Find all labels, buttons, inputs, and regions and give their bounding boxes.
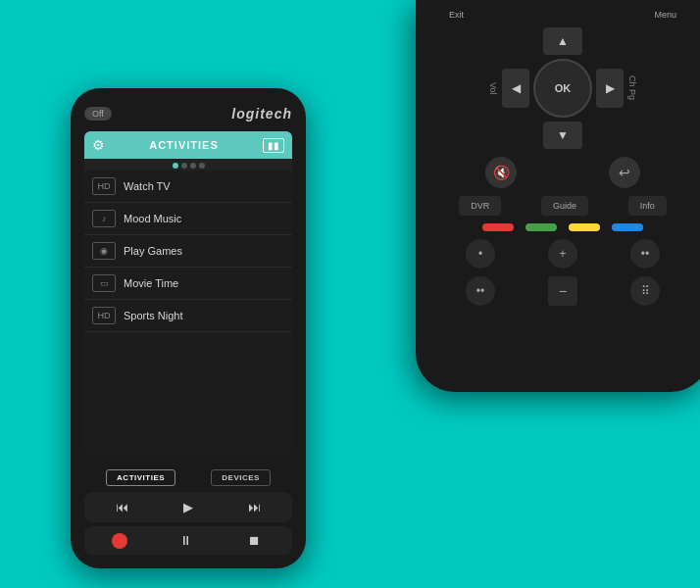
right-remote: Exit Menu ▲ Vol ◀ OK ▶ Ch Pg ▼ 🔇 ↩ DVR G… (416, 0, 700, 392)
screen-dots (84, 159, 292, 171)
mute-back-row: 🔇 ↩ (439, 157, 686, 188)
blue-color-button[interactable] (612, 223, 643, 231)
back-button[interactable]: ↩ (609, 157, 640, 188)
plus-button[interactable]: + (548, 239, 577, 269)
right-top-labels: Exit Menu (439, 10, 686, 20)
green-color-button[interactable] (525, 223, 557, 231)
dot-1 (173, 163, 178, 169)
pause-button[interactable]: ⏸ (175, 531, 196, 550)
mute-button[interactable]: 🔇 (485, 157, 517, 188)
double-dot-button[interactable]: •• (630, 239, 660, 269)
playback-controls: ⏸ ⏹ (84, 526, 292, 555)
list-item[interactable]: HD Sports Night (84, 300, 292, 332)
numpad-row-1: • + •• (439, 239, 686, 269)
dot-3 (190, 163, 196, 169)
off-button[interactable]: Off (84, 107, 112, 121)
watch-tv-label: Watch TV (124, 180, 171, 192)
dpad-left[interactable]: ◀ (502, 69, 529, 108)
exit-label: Exit (449, 10, 464, 20)
left-remote: Off logitech ⚙ ACTIVITIES ▮▮ HD Watch TV… (71, 88, 306, 568)
dpad-right[interactable]: ▶ (596, 69, 624, 108)
media-controls: ⏮ ▶ ⏭ (84, 492, 292, 522)
menu-list: HD Watch TV ♪ Mood Music ◉ Play Games ▭ … (84, 171, 292, 456)
remote-top-bar: Off logitech (84, 106, 292, 122)
devices-tab[interactable]: DEVICES (211, 469, 271, 486)
rewind-button[interactable]: ⏮ (112, 498, 132, 516)
dot-2 (181, 163, 187, 169)
fast-forward-button[interactable]: ⏭ (244, 498, 265, 516)
mood-music-label: Mood Music (124, 213, 181, 224)
menu-label: Menu (654, 10, 676, 20)
screen: ⚙ ACTIVITIES ▮▮ HD Watch TV ♪ Mood Music… (84, 131, 292, 456)
ok-button[interactable]: OK (533, 59, 592, 118)
mood-music-icon: ♪ (92, 210, 116, 227)
vol-label: Vol (488, 82, 498, 95)
dvr-button[interactable]: DVR (459, 196, 501, 216)
gear-icon: ⚙ (92, 137, 105, 153)
screen-tabs: ACTIVITIES DEVICES (84, 464, 292, 492)
color-bar (439, 223, 686, 231)
list-item[interactable]: ▭ Movie Time (84, 268, 292, 300)
list-item[interactable]: ♪ Mood Music (84, 203, 292, 235)
dpad-up[interactable]: ▲ (543, 27, 582, 55)
sports-night-icon: HD (92, 307, 116, 324)
list-item[interactable]: ◉ Play Games (84, 235, 292, 268)
dpad-down[interactable]: ▼ (543, 122, 582, 149)
watch-tv-icon: HD (92, 177, 116, 195)
dot-button-1[interactable]: • (466, 239, 495, 269)
list-item[interactable]: HD Watch TV (84, 171, 292, 203)
stop-button[interactable]: ⏹ (244, 531, 265, 550)
action-buttons-row: DVR Guide Info (439, 196, 686, 216)
dpad-top-row: ▲ (543, 27, 582, 55)
guide-button[interactable]: Guide (541, 196, 588, 216)
dot-4 (199, 163, 205, 169)
dpad-area: ▲ Vol ◀ OK ▶ Ch Pg ▼ (439, 27, 686, 149)
play-games-label: Play Games (124, 245, 182, 257)
activities-tab[interactable]: ACTIVITIES (106, 469, 175, 486)
movie-time-icon: ▭ (92, 274, 116, 292)
play-games-icon: ◉ (92, 242, 116, 260)
record-button[interactable] (112, 533, 127, 549)
play-button[interactable]: ▶ (179, 498, 197, 516)
sports-night-label: Sports Night (124, 310, 183, 321)
battery-icon: ▮▮ (263, 138, 284, 153)
dpad-bottom-row: ▼ (543, 122, 582, 149)
chpg-label: Ch Pg (627, 75, 637, 100)
screen-title: ACTIVITIES (149, 139, 219, 151)
info-button[interactable]: Info (628, 196, 667, 216)
screen-header: ⚙ ACTIVITIES ▮▮ (84, 131, 292, 159)
yellow-color-button[interactable] (569, 223, 600, 231)
dpad-middle-row: Vol ◀ OK ▶ Ch Pg (488, 59, 637, 118)
minus-button[interactable]: − (548, 276, 577, 306)
movie-time-label: Movie Time (124, 277, 178, 289)
red-color-button[interactable] (482, 223, 514, 231)
quad-dot-button[interactable]: ⠿ (630, 276, 660, 306)
logitech-logo: logitech (231, 106, 292, 122)
numpad-row-2: •• − ⠿ (439, 276, 686, 306)
dot-button-2[interactable]: •• (466, 276, 495, 306)
